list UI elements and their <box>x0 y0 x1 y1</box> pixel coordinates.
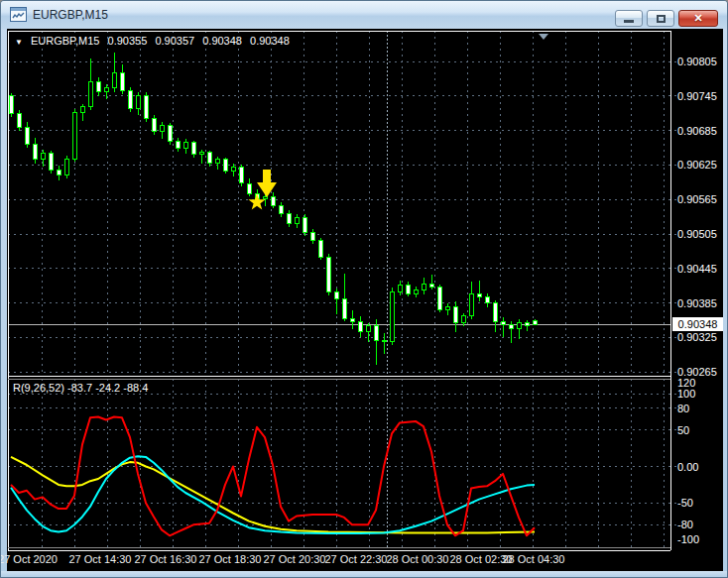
bear-candle <box>279 205 283 214</box>
bull-candle <box>183 143 187 148</box>
bull-candle <box>469 293 473 316</box>
bull-candle <box>41 153 45 159</box>
price-chart[interactable] <box>7 29 723 571</box>
star-marker <box>248 193 265 209</box>
window-titlebar[interactable]: EURGBP,M15 ✕ <box>1 1 728 29</box>
time-axis-label: 27 Oct 18:30 <box>199 553 262 565</box>
indicator-axis-label: 100 <box>677 388 727 400</box>
sell-arrow-marker <box>257 170 277 197</box>
bear-candle <box>429 285 433 288</box>
bear-candle <box>49 153 53 170</box>
high-value: 0.90357 <box>155 35 194 47</box>
bear-candle <box>223 159 227 171</box>
time-axis-label: 27 Oct 22:30 <box>325 553 388 565</box>
price-axis-label: 0.90625 <box>677 159 727 171</box>
bear-candle <box>191 143 195 155</box>
bear-candle <box>350 318 354 322</box>
bull-candle <box>366 326 370 332</box>
minimize-button[interactable] <box>615 10 643 27</box>
price-axis-label: 0.90745 <box>677 90 727 102</box>
bear-candle <box>168 125 172 141</box>
indicator-axis-label: -50 <box>677 497 727 509</box>
bear-candle <box>17 114 21 128</box>
time-axis-label: 27 Oct 20:30 <box>264 553 326 565</box>
bear-candle <box>152 118 156 131</box>
price-axis-label: 0.90805 <box>677 56 727 67</box>
bear-candle <box>493 303 497 322</box>
price-axis-label: 0.90565 <box>677 193 727 205</box>
bear-candle <box>406 286 410 294</box>
bull-candle <box>295 217 299 223</box>
bull-candle <box>72 113 76 159</box>
bull-candle <box>64 159 68 175</box>
bull-candle <box>517 323 521 329</box>
chart-shift-marker-icon <box>539 34 548 40</box>
bear-candle <box>25 128 29 145</box>
bear-candle <box>247 183 251 193</box>
bull-candle <box>112 73 116 88</box>
indicator-axis-label: 80 <box>677 403 727 414</box>
bear-candle <box>334 292 338 299</box>
restore-icon <box>657 15 666 23</box>
current-price-tag: 0.90348 <box>672 317 723 331</box>
bear-candle <box>374 326 378 341</box>
bear-candle <box>239 167 243 183</box>
bear-candle <box>509 324 513 329</box>
bear-candle <box>120 73 124 90</box>
bear-candle <box>485 297 489 303</box>
bear-candle <box>303 217 306 233</box>
bull-candle <box>390 292 394 342</box>
bear-candle <box>176 142 180 148</box>
chart-window-icon <box>10 7 27 22</box>
bear-candle <box>318 240 322 257</box>
bull-candle <box>199 152 203 154</box>
minimize-icon <box>624 20 634 23</box>
symbol-timeframe-label: EURGBP,M15 <box>31 35 100 47</box>
bear-candle <box>437 287 441 309</box>
bear-candle <box>525 323 529 326</box>
price-axis-label: 0.90685 <box>677 125 727 137</box>
indicator-axis-label: 0.00 <box>677 461 727 473</box>
bear-candle <box>128 90 132 108</box>
bull-candle <box>160 125 164 131</box>
symbol-dropdown-arrow-icon[interactable]: ▼ <box>15 38 23 47</box>
price-axis-label: 0.90325 <box>677 331 727 343</box>
bear-candle <box>9 96 13 114</box>
bear-candle <box>533 320 537 324</box>
bull-candle <box>461 316 465 323</box>
mt4-chart-window: EURGBP,M15 ✕ ▼ EURGBP,M15 0.90355 0.9035… <box>0 0 728 578</box>
time-axis-label: 28 Oct 04:30 <box>503 553 565 565</box>
bull-candle <box>231 167 235 171</box>
time-axis-label: 27 Oct 16:30 <box>135 553 197 565</box>
low-value: 0.90348 <box>202 35 242 47</box>
bear-candle <box>477 293 481 297</box>
bull-candle <box>263 196 267 198</box>
close-button[interactable]: ✕ <box>678 10 718 27</box>
indicator-label: R(9,26,52) -83.7 -24.2 -88.4 <box>13 382 148 394</box>
bear-candle <box>453 306 457 323</box>
window-bottom-border <box>1 571 728 578</box>
bull-candle <box>215 159 219 164</box>
window-title: EURGBP,M15 <box>33 1 108 29</box>
bear-candle <box>57 170 61 175</box>
bear-candle <box>287 214 291 224</box>
bear-candle <box>382 340 386 341</box>
indicator-line-red <box>11 417 535 536</box>
price-axis-label: 0.90505 <box>677 228 727 240</box>
open-value: 0.90355 <box>108 35 148 47</box>
restore-button[interactable] <box>647 10 674 27</box>
bear-candle <box>501 321 505 324</box>
bull-candle <box>104 87 108 92</box>
price-axis-label: 0.90445 <box>677 263 727 275</box>
bear-candle <box>207 152 211 164</box>
ohlc-header[interactable]: ▼ EURGBP,M15 0.90355 0.90357 0.90348 0.9… <box>15 35 295 47</box>
bear-candle <box>271 196 275 205</box>
time-axis-label: 28 Oct 00:30 <box>387 553 449 565</box>
bear-candle <box>96 81 100 91</box>
close-icon: ✕ <box>693 12 702 25</box>
indicator-axis-label: -80 <box>677 519 727 530</box>
chart-client-area[interactable]: ▼ EURGBP,M15 0.90355 0.90357 0.90348 0.9… <box>7 29 723 571</box>
bear-candle <box>342 299 346 319</box>
time-axis-label: 27 Oct 14:30 <box>69 553 132 565</box>
bull-candle <box>414 289 418 293</box>
